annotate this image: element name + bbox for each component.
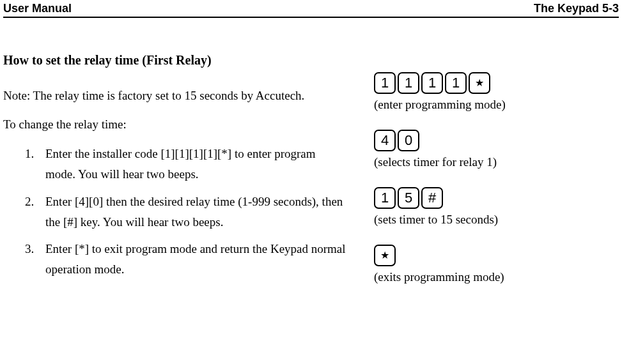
key-sequence: 1 1 1 1 (enter programming mode) — [374, 72, 619, 112]
key-row: 1 1 1 1 — [374, 72, 619, 94]
keypad-key: 1 — [374, 187, 396, 209]
list-item: Enter [4][0] then the desired relay time… — [25, 192, 348, 233]
note-text: Note: The relay time is factory set to 1… — [3, 87, 348, 105]
content-area: How to set the relay time (First Relay) … — [3, 53, 619, 302]
key-sequence: 1 5 # (sets timer to 15 seconds) — [374, 187, 619, 227]
key-row: 1 5 # — [374, 187, 619, 209]
key-caption: (enter programming mode) — [374, 98, 619, 112]
key-caption: (sets timer to 15 seconds) — [374, 213, 619, 227]
keypad-star-key — [469, 72, 490, 94]
key-sequence: 4 0 (selects timer for relay 1) — [374, 130, 619, 169]
keypad-key: 1 — [398, 72, 419, 94]
keypad-key: 5 — [398, 187, 419, 209]
keypad-star-key — [374, 245, 396, 266]
keypad-key: 4 — [374, 130, 396, 151]
keypad-key: 0 — [398, 130, 419, 151]
left-column: How to set the relay time (First Relay) … — [3, 53, 374, 302]
page-header: User Manual The Keypad 5-3 — [3, 2, 619, 18]
section-title: How to set the relay time (First Relay) — [3, 53, 348, 68]
keypad-key: 1 — [445, 72, 467, 94]
key-row — [374, 245, 619, 266]
keypad-key: # — [421, 187, 443, 209]
key-caption: (selects timer for relay 1) — [374, 155, 619, 169]
key-row: 4 0 — [374, 130, 619, 151]
key-caption: (exits programming mode) — [374, 270, 619, 284]
steps-list: Enter the installer code [1][1][1][1][*]… — [3, 144, 348, 280]
header-left: User Manual — [3, 2, 72, 15]
list-item: Enter [*] to exit program mode and retur… — [25, 239, 348, 280]
header-right: The Keypad 5-3 — [534, 2, 619, 15]
keypad-key: 1 — [421, 72, 443, 94]
list-item: Enter the installer code [1][1][1][1][*]… — [25, 144, 348, 185]
right-column: 1 1 1 1 (enter programming mode) 4 0 (se… — [374, 53, 619, 302]
keypad-key: 1 — [374, 72, 396, 94]
key-sequence: (exits programming mode) — [374, 245, 619, 284]
intro-text: To change the relay time: — [3, 116, 348, 134]
